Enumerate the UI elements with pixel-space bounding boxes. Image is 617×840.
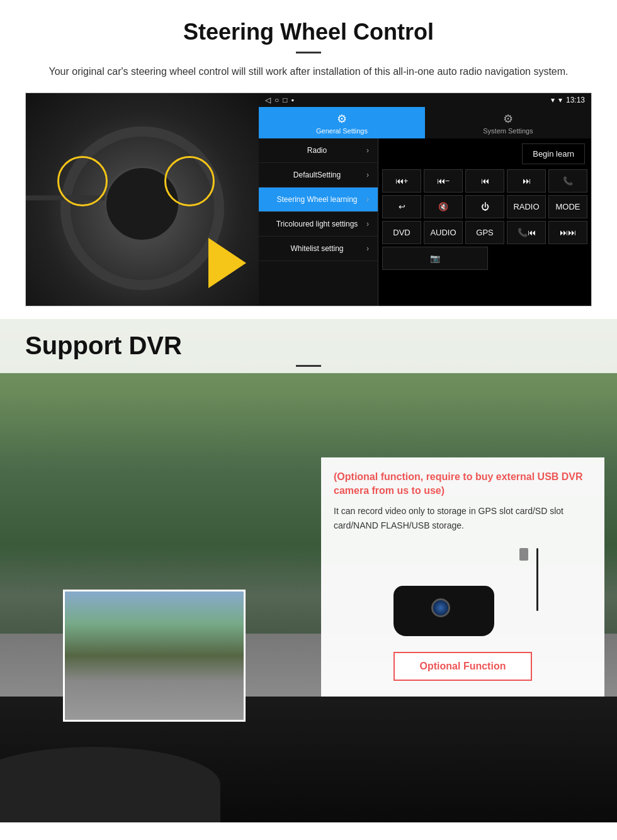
ctrl-btn-phone-prev[interactable]: 📞⏮	[507, 221, 546, 244]
signal-icon: ▾	[551, 96, 555, 104]
camera-body	[393, 586, 494, 636]
tab-system-settings[interactable]: ⚙ System Settings	[425, 107, 591, 138]
title-divider	[296, 52, 321, 53]
ctrl-btn-back[interactable]: ↩	[382, 195, 421, 218]
menu-default-label: DefaultSetting	[268, 171, 366, 179]
status-time: 13:13	[566, 96, 585, 104]
android-statusbar: ◁ ○ □ ▪ ▾ ▾ 13:13	[259, 93, 591, 107]
menu-item-tricolour[interactable]: Tricoloured light settings ›	[259, 212, 378, 237]
ctrl-btn-mute[interactable]: 🔇	[424, 195, 463, 218]
dvr-title-overlay: Support DVR	[0, 319, 617, 373]
ctrl-row-2: ↩ 🔇 ⏻ RADIO MODE	[382, 195, 587, 218]
camera-lens	[431, 598, 450, 617]
android-right-panel: Begin learn ⏮+ ⏮− ⏮ ⏭ 📞 ↩	[378, 138, 591, 306]
ctrl-row-3: DVD AUDIO GPS 📞⏮ ⏭⏭	[382, 221, 587, 244]
usb-plug	[519, 548, 528, 561]
dvr-section: Support DVR (Optional function, require …	[0, 319, 617, 822]
dvr-divider	[296, 365, 321, 367]
system-icon: ⚙	[427, 112, 589, 126]
highlight-left	[57, 156, 108, 206]
android-menu: Radio › DefaultSetting › Steering Wheel …	[259, 138, 378, 306]
dvr-camera-illustration	[375, 542, 551, 642]
highlight-right	[164, 156, 215, 206]
steering-title: Steering Wheel Control	[25, 19, 592, 45]
ctrl-btn-vol-down[interactable]: ⏮−	[424, 169, 463, 193]
chevron-default: ›	[366, 171, 369, 179]
tab-system-label: System Settings	[483, 127, 533, 135]
dvr-description: It can record video only to storage in G…	[334, 504, 592, 532]
optional-function-button[interactable]: Optional Function	[393, 652, 533, 681]
chevron-tricolour: ›	[366, 220, 369, 228]
chevron-radio: ›	[366, 146, 369, 155]
ctrl-btn-cam[interactable]: 📷	[382, 247, 488, 270]
menu-radio-label: Radio	[268, 146, 366, 155]
nav-back-icon: ◁	[265, 96, 271, 104]
nav-home-icon: ○	[275, 96, 279, 104]
chevron-whitelist: ›	[366, 244, 369, 253]
begin-learn-row: Begin learn	[378, 138, 591, 169]
steering-ui-container: ◁ ○ □ ▪ ▾ ▾ 13:13 ⚙ General Settings ⚙ S…	[25, 92, 592, 306]
nav-square-icon: □	[283, 96, 287, 104]
ctrl-row-1: ⏮+ ⏮− ⏮ ⏭ 📞	[382, 169, 587, 193]
menu-item-default[interactable]: DefaultSetting ›	[259, 163, 378, 188]
ctrl-btn-dvd[interactable]: DVD	[382, 221, 421, 244]
ctrl-btn-audio[interactable]: AUDIO	[424, 221, 463, 244]
dashboard-curve	[0, 747, 220, 822]
gear-icon: ⚙	[261, 112, 422, 126]
android-panel: ◁ ○ □ ▪ ▾ ▾ 13:13 ⚙ General Settings ⚙ S…	[259, 93, 591, 306]
steering-photo	[26, 93, 259, 306]
ctrl-row-4: 📷	[382, 247, 587, 270]
chevron-steering: ›	[366, 195, 369, 204]
steering-section: Steering Wheel Control Your original car…	[0, 0, 617, 319]
dvr-title: Support DVR	[25, 332, 592, 360]
android-content: Radio › DefaultSetting › Steering Wheel …	[259, 138, 591, 306]
camera-cable	[536, 548, 538, 611]
ctrl-btn-next-next[interactable]: ⏭⏭	[548, 221, 587, 244]
dvr-title-wrapper: Support DVR	[0, 319, 617, 373]
begin-learn-button[interactable]: Begin learn	[522, 143, 585, 164]
steering-subtitle: Your original car's steering wheel contr…	[38, 64, 579, 80]
android-tabs: ⚙ General Settings ⚙ System Settings	[259, 107, 591, 138]
dvr-optional-text: (Optional function, require to buy exter…	[334, 470, 592, 498]
ctrl-btn-vol-up[interactable]: ⏮+	[382, 169, 421, 193]
menu-tricolour-label: Tricoloured light settings	[268, 220, 366, 228]
tab-general-label: General Settings	[316, 127, 368, 135]
menu-whitelist-label: Whitelist setting	[268, 244, 366, 253]
menu-item-radio[interactable]: Radio ›	[259, 138, 378, 163]
menu-steering-label: Steering Wheel learning	[268, 195, 366, 204]
thumb-road-scene	[65, 591, 244, 720]
steering-wheel-bg	[26, 93, 259, 306]
ctrl-btn-mode[interactable]: MODE	[548, 195, 587, 218]
nav-menu-icon: ▪	[292, 96, 294, 104]
dvr-thumbnail	[63, 590, 246, 722]
ctrl-btn-gps[interactable]: GPS	[465, 221, 504, 244]
ctrl-btn-prev[interactable]: ⏮	[465, 169, 504, 193]
tab-general-settings[interactable]: ⚙ General Settings	[259, 107, 425, 138]
menu-item-steering[interactable]: Steering Wheel learning ›	[259, 188, 378, 212]
menu-item-whitelist[interactable]: Whitelist setting ›	[259, 237, 378, 261]
ctrl-btn-power[interactable]: ⏻	[465, 195, 504, 218]
ctrl-btn-radio[interactable]: RADIO	[507, 195, 546, 218]
dvr-info-card: (Optional function, require to buy exter…	[321, 457, 604, 697]
wifi-icon: ▾	[558, 96, 562, 104]
control-grid: ⏮+ ⏮− ⏮ ⏭ 📞 ↩ 🔇 ⏻ RADIO MODE	[378, 169, 591, 274]
yellow-arrow	[208, 238, 246, 288]
ctrl-btn-next[interactable]: ⏭	[507, 169, 546, 193]
ctrl-btn-phone[interactable]: 📞	[548, 169, 587, 193]
